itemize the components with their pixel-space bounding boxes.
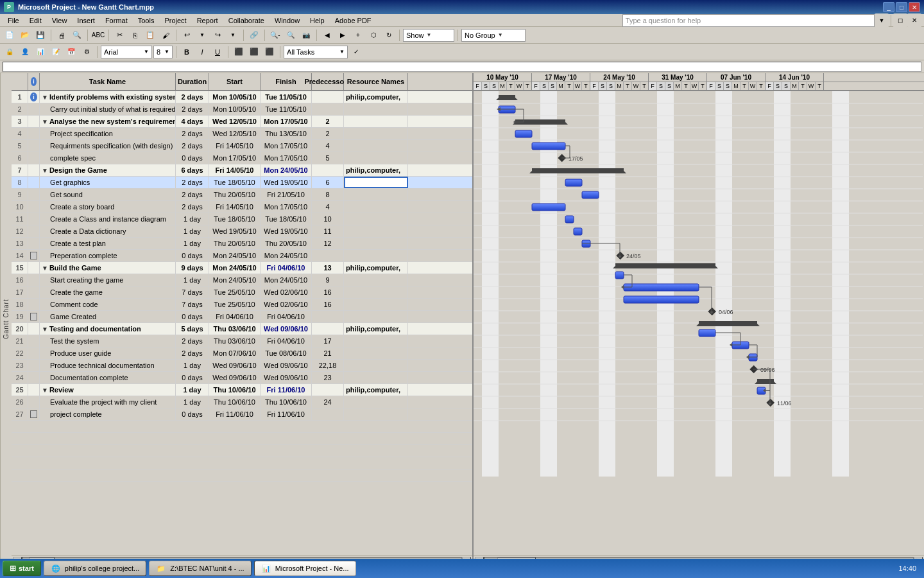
table-row[interactable]: 16 Start creating the game 1 day Mon 24/… xyxy=(12,274,472,286)
cut-button[interactable]: ✂ xyxy=(112,28,126,42)
show-dropdown[interactable]: Show ▼ xyxy=(403,29,454,42)
zoom-btn[interactable]: 🔍 xyxy=(284,28,298,42)
italic-button[interactable]: I xyxy=(195,45,209,59)
redo-arrow[interactable]: ▼ xyxy=(226,28,240,42)
t4[interactable]: 📝 xyxy=(49,45,63,59)
maximize-button[interactable]: □ xyxy=(896,2,907,12)
table-row[interactable]: 22 Produce user guide 2 days Mon 07/06/1… xyxy=(12,347,472,360)
undo-arrow[interactable]: ▼ xyxy=(195,28,209,42)
table-row[interactable]: 15 ▼ Build the Game 9 days Mon 24/05/10 … xyxy=(12,262,472,274)
hyperlink-button[interactable]: 🔗 xyxy=(247,28,261,42)
table-row[interactable]: 8 Get graphics 2 days Tue 18/05/10 Wed 1… xyxy=(12,177,472,189)
close-pane-button[interactable]: ✕ xyxy=(907,13,921,28)
open-button[interactable]: 📂 xyxy=(18,28,32,42)
new-button[interactable]: 📄 xyxy=(3,28,17,42)
print-preview[interactable]: 🔍 xyxy=(70,28,84,42)
taskbar-icon-1: 🌐 xyxy=(51,563,61,574)
bold-button[interactable]: B xyxy=(180,45,194,59)
help-arrow[interactable]: ▼ xyxy=(875,13,889,28)
table-row[interactable]: 18 Comment code 7 days Tue 25/05/10 Wed … xyxy=(12,299,472,311)
taskbar-item-2[interactable]: 📁 Z:\BTEC NAT\unit 4 - ... xyxy=(149,561,251,576)
table-row[interactable]: 19 Game Created 0 days Fri 04/06/10 Fri … xyxy=(12,311,472,323)
underline-button[interactable]: U xyxy=(210,45,225,59)
b1[interactable]: ◀ xyxy=(320,28,334,42)
b2[interactable]: ▶ xyxy=(336,28,350,42)
table-row[interactable]: 21 Test the system 2 days Thu 03/06/10 F… xyxy=(12,335,472,347)
gantt-bar-10 xyxy=(532,204,565,211)
table-row[interactable]: 27 project complete 0 days Fri 11/06/10 … xyxy=(12,408,472,421)
align-left[interactable]: ⬛ xyxy=(232,45,246,59)
resize-button[interactable]: ◻ xyxy=(893,13,907,28)
table-row[interactable]: 17 Create the game 7 days Tue 25/05/10 W… xyxy=(12,286,472,299)
table-row[interactable]: 23 Produce technical documentation 1 day… xyxy=(12,360,472,372)
menu-window[interactable]: Window xyxy=(270,15,305,26)
table-row[interactable]: 24 Documentation complete 0 days Wed 09/… xyxy=(12,372,472,384)
table-row[interactable]: 3 ▼ Analyse the new system's requirement… xyxy=(12,116,472,128)
table-row[interactable]: 9 Get sound 2 days Thu 20/05/10 Fri 21/0… xyxy=(12,189,472,201)
menu-view[interactable]: View xyxy=(47,15,73,26)
b4[interactable]: ⬡ xyxy=(366,28,381,42)
table-row[interactable]: 26 Evaluate the project with my client 1… xyxy=(12,396,472,408)
print-button[interactable]: 🖨 xyxy=(55,28,69,42)
group-dropdown[interactable]: No Group ▼ xyxy=(461,29,526,42)
font-size-selector[interactable]: 8 ▼ xyxy=(153,46,173,58)
format-painter[interactable]: 🖌 xyxy=(158,28,173,42)
t1[interactable]: 🔒 xyxy=(3,45,17,59)
b3[interactable]: + xyxy=(351,28,365,42)
day-W: W xyxy=(574,82,582,90)
menu-edit[interactable]: Edit xyxy=(24,15,47,26)
minimize-button[interactable]: _ xyxy=(883,2,894,12)
table-row[interactable]: 14 Preperation complete 0 days Mon 24/05… xyxy=(12,250,472,262)
font-selector[interactable]: Arial ▼ xyxy=(101,46,152,58)
close-button[interactable]: ✕ xyxy=(909,2,920,12)
help-search[interactable]: Type a question for help xyxy=(622,14,875,27)
menu-insert[interactable]: Insert xyxy=(72,15,100,26)
t5[interactable]: 📅 xyxy=(64,45,78,59)
taskbar-item-1[interactable]: 🌐 philip's college project... xyxy=(44,561,146,576)
table-row[interactable]: 7 ▼ Design the Game 6 days Fri 14/05/10 … xyxy=(12,164,472,177)
save-button[interactable]: 💾 xyxy=(33,28,47,42)
redo-button[interactable]: ↪ xyxy=(210,28,225,42)
align-center[interactable]: ⬛ xyxy=(247,45,261,59)
t3[interactable]: 📊 xyxy=(33,45,47,59)
align-right[interactable]: ⬛ xyxy=(262,45,277,59)
menu-adobepdf[interactable]: Adobe PDF xyxy=(330,15,377,26)
table-row[interactable]: 25 ▼ Review 1 day Thu 10/06/10 Fri 11/06… xyxy=(12,384,472,396)
copy-button[interactable]: ⎘ xyxy=(128,28,142,42)
b5[interactable]: ↻ xyxy=(382,28,396,42)
formula-input[interactable] xyxy=(3,62,921,72)
summary-bar-25 xyxy=(757,379,774,384)
table-row[interactable]: 6 complete spec 0 days Mon 17/05/10 Mon … xyxy=(12,152,472,164)
table-row[interactable]: 4 Project specification 2 days Wed 12/05… xyxy=(12,128,472,140)
table-row[interactable]: 10 Create a story board 2 days Fri 14/05… xyxy=(12,201,472,213)
table-row[interactable]: 2 Carry out initial study of what is req… xyxy=(12,103,472,116)
table-row[interactable]: 13 Create a test plan 1 day Thu 20/05/10… xyxy=(12,238,472,250)
table-row[interactable]: 12 Create a Data dictionary 1 day Wed 19… xyxy=(12,225,472,238)
paste-button[interactable]: 📋 xyxy=(143,28,157,42)
svg-marker-49 xyxy=(696,324,699,326)
day-T: T xyxy=(740,82,749,90)
undo-button[interactable]: ↩ xyxy=(180,28,194,42)
spell-check[interactable]: ABC xyxy=(91,28,105,42)
tasks-dropdown[interactable]: All Tasks ▼ xyxy=(284,46,348,58)
t2[interactable]: 👤 xyxy=(18,45,32,59)
menu-file[interactable]: File xyxy=(3,15,24,26)
table-row[interactable]: 1 i ▼ Identify problems with existing sy… xyxy=(12,91,472,103)
menu-tools[interactable]: Tools xyxy=(133,15,160,26)
day-T: T xyxy=(799,82,807,90)
menu-format[interactable]: Format xyxy=(100,15,133,26)
t6[interactable]: ⚙ xyxy=(80,45,94,59)
menu-help[interactable]: Help xyxy=(305,15,330,26)
table-row[interactable]: 5 Requirments specification (with design… xyxy=(12,140,472,152)
menu-project[interactable]: Project xyxy=(159,15,191,26)
start-button[interactable]: ⊞ start xyxy=(3,561,41,576)
menu-report[interactable]: Report xyxy=(192,15,223,26)
menu-collaborate[interactable]: Collaborate xyxy=(223,15,270,26)
day-M: M xyxy=(791,82,799,90)
copy-picture[interactable]: 📷 xyxy=(299,28,313,42)
zoom-out-btn[interactable]: 🔍- xyxy=(268,28,282,42)
table-row[interactable]: 11 Create a Class and instance diagram 1… xyxy=(12,213,472,225)
table-row[interactable]: 20 ▼ Testing and documentation 5 days Th… xyxy=(12,323,472,335)
taskbar-item-3[interactable]: 📊 Microsoft Project - Ne... xyxy=(254,561,356,576)
tasks-check[interactable]: ✓ xyxy=(349,45,363,59)
